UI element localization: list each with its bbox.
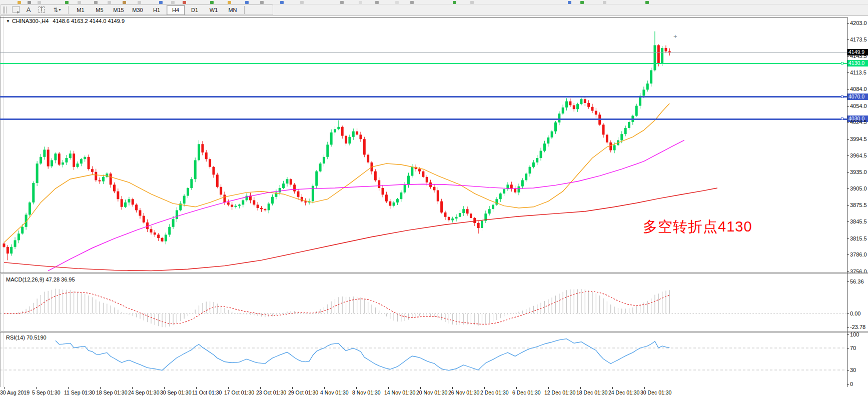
ma-fast-orange[interactable]: [4, 104, 669, 242]
price-axis-label: 3786.0: [850, 252, 867, 258]
time-axis-tick: [132, 387, 133, 389]
time-axis[interactable]: 30 Aug 20195 Sep 01:3011 Sep 01:3018 Sep…: [0, 387, 868, 397]
clipped-toolbar-icon: [183, 1, 186, 4]
clipped-upper-toolbar: [0, 0, 868, 4]
clipped-toolbar-icon: [470, 1, 474, 4]
time-axis-tick: [324, 387, 325, 389]
price-axis-label: 3845.5: [850, 218, 867, 224]
clipped-toolbar-icon: [280, 1, 284, 4]
time-axis-label: 29 Oct 01:30: [288, 390, 318, 396]
panel-separator[interactable]: [0, 272, 868, 274]
symbol-dropdown-icon[interactable]: ▼: [6, 19, 10, 24]
time-axis-tick: [164, 387, 165, 389]
timeframe-button-m5[interactable]: M5: [91, 5, 109, 15]
toolbar-grip[interactable]: [3, 6, 7, 14]
time-axis-label: 30 Aug 2019: [0, 390, 30, 396]
time-axis-label: 6 Dec 01:30: [512, 390, 541, 396]
price-axis-label: 3935.0: [850, 169, 867, 175]
price-axis-label: 4173.5: [850, 36, 867, 42]
time-axis-tick: [420, 387, 421, 389]
time-axis-tick: [100, 387, 101, 389]
time-axis-tick: [292, 387, 293, 389]
time-axis-tick: [36, 387, 37, 389]
ohlc-values: 4148.6 4163.2 4144.0 4149.9: [53, 18, 125, 24]
time-axis-tick: [484, 387, 485, 389]
timeframe-button-d1[interactable]: D1: [186, 5, 204, 15]
clipped-toolbar-icon: [375, 1, 379, 4]
time-axis-tick: [388, 387, 389, 389]
support-line-4030[interactable]: [0, 118, 847, 120]
timeframe-button-h1[interactable]: H1: [148, 5, 166, 15]
time-axis-label: 11 Oct 01:30: [192, 390, 222, 396]
support-line-4130-price-tag: 4130.0: [847, 60, 868, 66]
clipped-toolbar-icon: [65, 1, 69, 4]
mt4-terminal: { "toolbar": { "tool_icons": [ {"name": …: [0, 0, 868, 397]
support-line-4030-handle[interactable]: [841, 118, 843, 120]
ma-mid-magenta[interactable]: [48, 140, 684, 270]
time-axis-label: 4 Nov 01:30: [320, 390, 349, 396]
clipped-toolbar-icon: [245, 1, 249, 4]
timeframe-button-h4[interactable]: H4: [167, 5, 185, 15]
chevron-down-icon: ▾: [59, 8, 61, 12]
snap-grid-icon: F: [12, 6, 20, 13]
timeframe-button-w1[interactable]: W1: [205, 5, 223, 15]
price-axis-label: 3875.5: [850, 202, 867, 208]
ma-slow-red[interactable]: [4, 188, 717, 271]
rsi-axis-label: 30: [850, 367, 856, 373]
rsi-axis-label: 0: [850, 381, 853, 387]
time-axis-label: 11 Sep 01:30: [64, 390, 95, 396]
clipped-toolbar-icon: [38, 1, 41, 4]
chart-annotation-text[interactable]: 多空转折点4130: [643, 217, 752, 237]
cursor-crosshair-icon: +: [673, 32, 677, 40]
price-axis-label: 4054.0: [850, 103, 867, 109]
arrow-tools-icon: ⇅: [53, 6, 58, 14]
text-tool-button[interactable]: A: [23, 6, 35, 14]
timeframe-button-m30[interactable]: M30: [129, 5, 147, 15]
price-axis-label: 3964.5: [850, 152, 867, 158]
time-axis-label: 8 Nov 01:30: [352, 390, 381, 396]
macd-axis-label: -23.78: [850, 324, 865, 330]
clipped-toolbar-icon: [340, 1, 344, 4]
clipped-toolbar-icon: [138, 1, 141, 4]
time-axis-label: 18 Sep 01:30: [96, 390, 127, 396]
macd-label: MACD(12,26,9) 47.28 36.95: [6, 276, 75, 282]
price-axis-label: 3905.0: [850, 186, 867, 192]
rsi-panel[interactable]: [0, 332, 847, 387]
arrow-tools-button[interactable]: ⇅ ▾: [49, 6, 66, 14]
timeframe-button-mn[interactable]: MN: [224, 5, 242, 15]
timeframe-button-m1[interactable]: M1: [72, 5, 90, 15]
clipped-toolbar-icon: [228, 1, 231, 4]
price-axis-border: [847, 17, 847, 387]
time-axis-label: 18 Dec 01:30: [576, 390, 607, 396]
quote-line: ▼CHINA300-,H44148.6 4163.2 4144.0 4149.9: [6, 18, 125, 24]
clipped-toolbar-icon: [108, 1, 111, 4]
time-axis-tick: [452, 387, 453, 389]
time-axis-tick: [260, 387, 261, 389]
price-axis-label: 3994.5: [850, 136, 867, 142]
clipped-toolbar-icon: [568, 1, 571, 4]
snap-grid-button[interactable]: F: [10, 6, 22, 14]
macd-panel[interactable]: [0, 274, 847, 331]
time-axis-label: 30 Dec 01:30: [640, 390, 671, 396]
resistance-line-4070-handle[interactable]: [841, 96, 843, 98]
resistance-line-4070[interactable]: [0, 96, 847, 98]
clipped-toolbar-icon: [603, 1, 606, 4]
support-line-4130-handle[interactable]: [841, 62, 843, 64]
time-axis-tick: [4, 387, 5, 389]
toolbar-panel: F A T ⇅ ▾ M1M5M15M30H1H4D1W1MN: [1, 4, 273, 15]
time-axis-label: 23 Oct 01:30: [256, 390, 286, 396]
clipped-toolbar-icon: [18, 1, 21, 4]
time-axis-label: 14 Nov 01:30: [384, 390, 415, 396]
timeframe-button-m15[interactable]: M15: [110, 5, 128, 15]
text-label-button[interactable]: T: [36, 6, 48, 14]
support-line-4130[interactable]: [0, 63, 847, 64]
macd-axis-label: 0.00: [850, 310, 860, 316]
timeframe-buttons: M1M5M15M30H1H4D1W1MN: [71, 5, 242, 15]
clipped-toolbar-icon: [94, 1, 98, 4]
macd-axis-label: 56.36: [850, 278, 864, 284]
chart-window: ▼CHINA300-,H44148.6 4163.2 4144.0 4149.9…: [0, 16, 868, 397]
time-axis-label: 24 Sep 01:30: [128, 390, 159, 396]
clipped-toolbar-icon: [159, 1, 163, 4]
price-axis-label: 4203.0: [850, 20, 867, 26]
toolbar-separator: [68, 6, 69, 14]
